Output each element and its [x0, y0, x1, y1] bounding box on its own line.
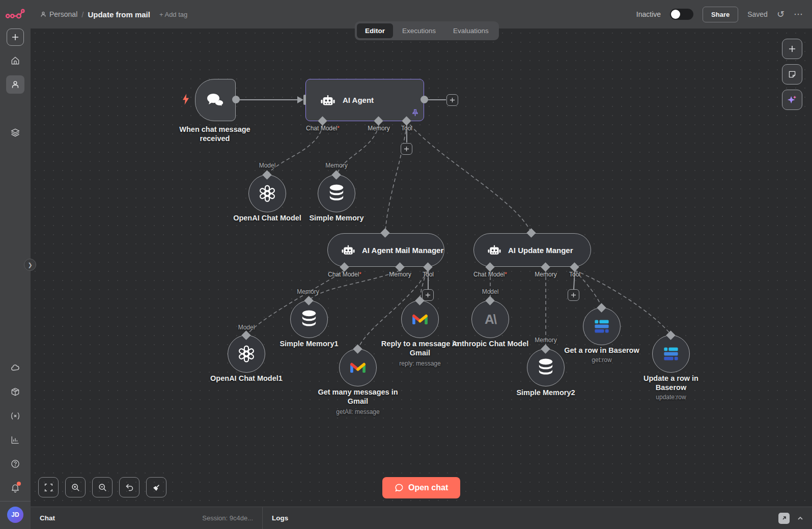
node-ai-agent[interactable]: AI Agent [305, 79, 424, 121]
chat-panel-title[interactable]: Chat [40, 514, 55, 522]
node-label: Anthropic Chat Model [442, 340, 539, 349]
sticky-note-button[interactable] [782, 64, 802, 85]
sidebar-item-notifications[interactable] [6, 479, 24, 497]
history-icon[interactable]: ↺ [777, 10, 785, 19]
gmail-icon [411, 313, 429, 326]
open-chat-button[interactable]: Open chat [382, 477, 460, 498]
sidebar-item-home[interactable] [6, 51, 24, 70]
add-tool-button[interactable] [568, 289, 579, 301]
chat-trigger-icon [206, 93, 225, 108]
node-label: Simple Memory [288, 214, 385, 223]
sidebar-item-templates[interactable] [6, 383, 24, 401]
sidebar-item-personal[interactable] [6, 75, 24, 94]
zoom-out-icon [98, 483, 107, 492]
sidebar-item-variables[interactable] [6, 407, 24, 425]
sidebar-item-help[interactable] [6, 455, 24, 473]
port-label-memory: Memory [297, 288, 319, 295]
output-port[interactable] [421, 96, 428, 103]
share-button[interactable]: Share [703, 7, 738, 22]
node-baserow-get-row[interactable] [583, 308, 621, 345]
node-simple-memory1[interactable] [290, 300, 328, 338]
logs-panel-title[interactable]: Logs [272, 514, 288, 522]
ai-assistant-button[interactable] [782, 90, 802, 110]
node-ai-update-manger[interactable]: AI Update Manger [473, 233, 591, 267]
node-gmail-reply[interactable] [401, 300, 439, 338]
add-node-icon [788, 45, 796, 53]
database-icon [300, 310, 318, 329]
node-openai-chat-model1[interactable] [228, 335, 265, 373]
port-label-model: Model [259, 162, 276, 169]
openai-icon [257, 183, 277, 204]
sidebar-expand-button[interactable]: ❯ [24, 259, 36, 271]
node-label: Simple Memory2 [497, 388, 594, 398]
node-baserow-update-row[interactable] [652, 335, 690, 373]
node-title: AI Agent Mail Manager [362, 246, 443, 255]
node-operation: update:row [623, 394, 719, 401]
node-label: Simple Memory1 [261, 340, 357, 349]
tab-editor[interactable]: Editor [357, 23, 393, 38]
robot-icon [487, 244, 501, 256]
tab-evaluations[interactable]: Evaluations [445, 23, 497, 38]
node-openai-chat-model[interactable] [248, 175, 286, 212]
node-ai-agent-mail-manager[interactable]: AI Agent Mail Manager [327, 233, 444, 267]
sidebar-item-insights[interactable] [6, 431, 24, 449]
undo-button[interactable] [119, 477, 139, 497]
node-anthropic-chat-model[interactable]: A\ [471, 300, 509, 338]
output-port[interactable] [232, 96, 240, 103]
input-port [303, 95, 306, 105]
node-when-chat-message-received[interactable] [195, 79, 236, 121]
node-operation: getAll: message [310, 408, 406, 415]
add-tag-button[interactable]: + Add tag [159, 11, 187, 18]
add-node-button[interactable] [782, 39, 802, 59]
create-workflow-button[interactable] [7, 29, 24, 46]
anthropic-icon: A\ [485, 312, 496, 327]
popout-icon[interactable] [778, 513, 790, 524]
port-label-tool: Tool [423, 271, 434, 278]
database-icon [537, 358, 555, 377]
breadcrumb-project[interactable]: Personal [40, 10, 77, 18]
saved-status: Saved [747, 10, 768, 18]
n8n-logo[interactable] [5, 7, 25, 22]
pin-icon [412, 109, 418, 117]
tidy-up-button[interactable] [146, 477, 166, 497]
workflow-title[interactable]: Update from mail [88, 10, 150, 19]
node-operation: reply: message [372, 360, 468, 367]
workflow-status-toggle[interactable] [670, 9, 693, 20]
node-gmail-get-many[interactable] [339, 349, 377, 386]
fit-view-button[interactable] [38, 477, 59, 497]
zoom-in-button[interactable] [65, 477, 86, 497]
sidebar-item-projects[interactable] [6, 123, 24, 142]
add-connected-node-button[interactable] [446, 94, 458, 106]
canvas-controls [38, 477, 166, 497]
sidebar-item-cloud[interactable] [6, 359, 24, 377]
add-tool-button[interactable] [422, 289, 434, 301]
collapse-panel-icon[interactable] [797, 515, 804, 522]
robot-icon [320, 94, 335, 107]
trigger-bolt-icon [181, 93, 190, 105]
node-title: AI Agent [343, 96, 374, 104]
sticky-note-icon [788, 70, 796, 78]
node-simple-memory[interactable] [318, 175, 355, 212]
add-tool-button[interactable] [401, 143, 412, 155]
canvas-side-panel [782, 39, 802, 110]
tab-executions[interactable]: Executions [394, 23, 444, 38]
insights-icon [10, 435, 20, 445]
database-icon [327, 184, 346, 203]
node-label: Update a row in Baserow [630, 374, 712, 392]
workflow-status-label: Inactive [636, 10, 661, 18]
breadcrumb-separator: / [81, 10, 83, 19]
tidy-up-icon [152, 483, 161, 492]
package-icon [10, 387, 20, 397]
layers-icon [10, 127, 20, 137]
more-menu-icon[interactable]: ⋯ [794, 10, 803, 19]
baserow-icon [662, 345, 680, 363]
workflow-canvas[interactable]: When chat message received AI Agent Chat… [31, 29, 812, 507]
view-tabs: Editor Executions Evaluations [355, 21, 499, 40]
zoom-out-button[interactable] [92, 477, 113, 497]
home-icon [10, 55, 20, 66]
ai-sparkle-icon [787, 94, 798, 105]
avatar[interactable]: JD [7, 507, 23, 523]
user-icon [10, 79, 20, 90]
chat-session-id: Session: 9c4de... [202, 514, 253, 522]
node-title: AI Update Manger [508, 246, 573, 255]
